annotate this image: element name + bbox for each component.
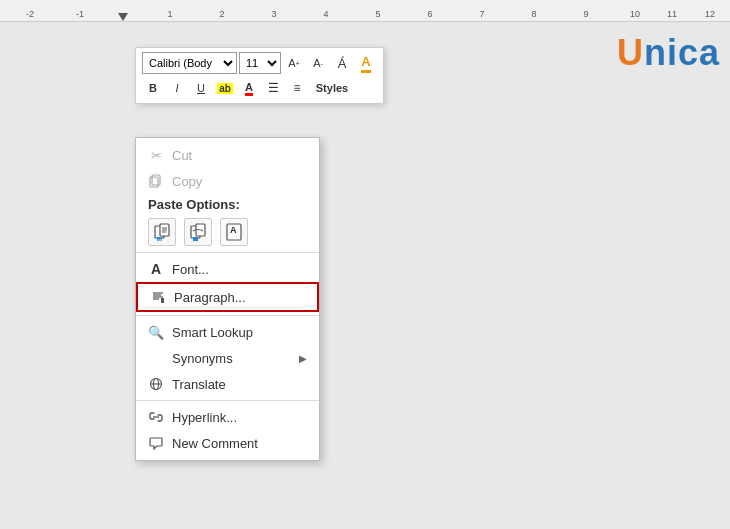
ruler-tick: -1	[76, 9, 84, 19]
svg-text:A: A	[230, 225, 237, 235]
ruler-tick: 11	[667, 9, 677, 19]
menu-item-hyperlink[interactable]: Hyperlink...	[136, 404, 319, 430]
cut-icon: ✂	[148, 147, 164, 163]
smart-lookup-icon: 🔍	[148, 324, 164, 340]
bullets-button[interactable]: ☰	[262, 77, 284, 99]
toolbar-row-2: B I U ab A ☰ ≡ Styles	[142, 77, 377, 99]
separator-3	[136, 400, 319, 401]
bold-button[interactable]: B	[142, 77, 164, 99]
smart-lookup-label: Smart Lookup	[172, 325, 307, 340]
synonyms-label: Synonyms	[172, 351, 291, 366]
ruler-tick: 4	[323, 9, 328, 19]
formatting-toolbar: Calibri (Body 11 A+ A- Á A B I U ab A ☰…	[135, 47, 384, 104]
separator-2	[136, 315, 319, 316]
ruler-tick: -2	[26, 9, 34, 19]
italic-button[interactable]: I	[166, 77, 188, 99]
shrink-font-button[interactable]: A-	[307, 52, 329, 74]
copy-label: Copy	[172, 174, 307, 189]
font-family-select[interactable]: Calibri (Body	[142, 52, 237, 74]
paragraph-label: Paragraph...	[174, 290, 305, 305]
document-area: Unica Calibri (Body 11 A+ A- Á A B I U …	[0, 22, 730, 529]
paste-merge-formatting-button[interactable]	[184, 218, 212, 246]
hyperlink-label: Hyperlink...	[172, 410, 307, 425]
ruler-tick: 3	[271, 9, 276, 19]
synonyms-icon	[148, 350, 164, 366]
ruler-tick: 1	[167, 9, 172, 19]
ruler-tick: 5	[375, 9, 380, 19]
menu-item-copy[interactable]: Copy	[136, 168, 319, 194]
font-color-a-button[interactable]: A	[238, 77, 260, 99]
menu-item-paragraph[interactable]: Paragraph...	[136, 282, 319, 312]
copy-icon	[148, 173, 164, 189]
new-comment-label: New Comment	[172, 436, 307, 451]
context-menu: ✂ Cut Copy Paste Options: abc	[135, 137, 320, 461]
menu-item-cut[interactable]: ✂ Cut	[136, 142, 319, 168]
translate-icon	[148, 376, 164, 392]
separator-1	[136, 252, 319, 253]
ruler-tick: 7	[479, 9, 484, 19]
underline-button[interactable]: U	[190, 77, 212, 99]
cut-label: Cut	[172, 148, 307, 163]
highlight-button[interactable]: ab	[214, 77, 236, 99]
menu-item-smart-lookup[interactable]: 🔍 Smart Lookup	[136, 319, 319, 345]
styles-button[interactable]: Styles	[310, 77, 354, 99]
ruler-tick: 12	[705, 9, 715, 19]
font-label: Font...	[172, 262, 307, 277]
hyperlink-icon	[148, 409, 164, 425]
paragraph-icon	[150, 289, 166, 305]
font-menu-icon: A	[148, 261, 164, 277]
unica-brand: Unica	[617, 32, 720, 74]
paste-keep-text-only-button[interactable]: A	[220, 218, 248, 246]
ruler-tick: 10	[630, 9, 640, 19]
ruler-tick: 2	[219, 9, 224, 19]
font-color-button[interactable]: A	[355, 52, 377, 74]
brand-nica: nica	[644, 32, 720, 73]
translate-label: Translate	[172, 377, 307, 392]
brand-u: U	[617, 32, 644, 73]
svg-text:abc: abc	[158, 237, 164, 242]
numbering-button[interactable]: ≡	[286, 77, 308, 99]
paste-options-row: abc A	[136, 215, 319, 249]
menu-item-synonyms[interactable]: Synonyms ▶	[136, 345, 319, 371]
paste-options-header: Paste Options:	[136, 194, 319, 215]
ruler-tick: 9	[583, 9, 588, 19]
grow-font-button[interactable]: A+	[283, 52, 305, 74]
change-case-button[interactable]: Á	[331, 52, 353, 74]
ruler-indent-marker[interactable]	[118, 13, 128, 21]
svg-rect-18	[161, 298, 164, 303]
toolbar-row-1: Calibri (Body 11 A+ A- Á A	[142, 52, 377, 74]
ruler-tick: 6	[427, 9, 432, 19]
ruler-tick: 8	[531, 9, 536, 19]
new-comment-icon	[148, 435, 164, 451]
paste-keep-source-button[interactable]: abc	[148, 218, 176, 246]
svg-rect-11	[193, 237, 198, 241]
menu-item-font[interactable]: A Font...	[136, 256, 319, 282]
menu-item-translate[interactable]: Translate	[136, 371, 319, 397]
ruler: -2 -1 1 2 3 4 5 6 7 8 9 10 11 12	[0, 0, 730, 22]
synonyms-arrow: ▶	[299, 353, 307, 364]
menu-item-new-comment[interactable]: New Comment	[136, 430, 319, 456]
font-size-select[interactable]: 11	[239, 52, 281, 74]
